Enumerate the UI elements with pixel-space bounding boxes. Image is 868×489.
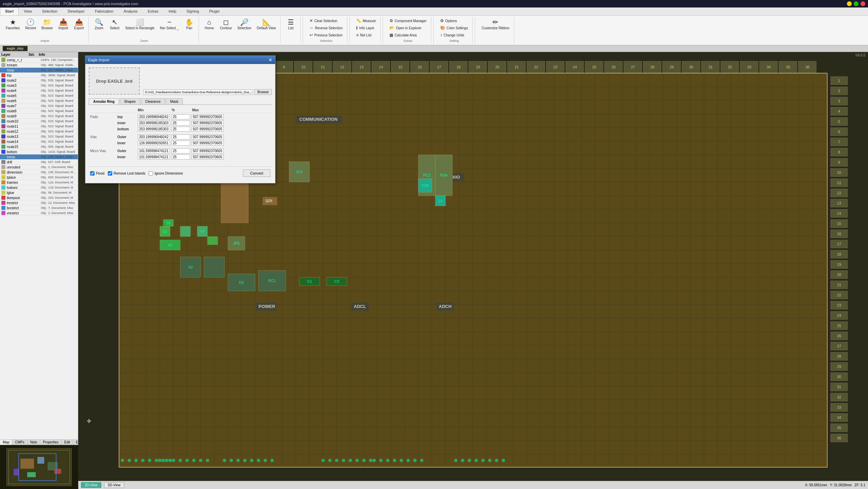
recent-button[interactable]: 🕐 Recent [23, 17, 38, 31]
layer-row[interactable]: comp_+_t CMPs: 130; Component;... [0, 58, 78, 63]
change-units-button[interactable]: ↕ Change Units [438, 32, 470, 38]
layer-row[interactable]: route14 Obj.: 523; Signal; Board [0, 139, 78, 144]
layer-row[interactable]: unrouted Obj.: 1; Document; Misc [0, 165, 78, 170]
comp-manager-button[interactable]: ⚙ Component Manager [387, 17, 429, 24]
micro-vias-outer-pct[interactable] [171, 148, 190, 153]
vias-inner-min[interactable] [138, 141, 170, 146]
layer-row[interactable]: trestrict Obj.: 12; Document; Misc [0, 200, 78, 206]
layer-row[interactable]: top Obj.: 3698; Signal; Board [0, 73, 78, 78]
flood-checkbox[interactable] [90, 171, 95, 176]
micro-vias-inner-pct[interactable] [171, 154, 190, 160]
layer-row[interactable]: route4 Obj.: 523; Signal; Board [0, 88, 78, 93]
list-button[interactable]: ☰ List [283, 17, 298, 31]
net-list-button[interactable]: ≡ Net List [354, 32, 378, 38]
dialog-tab-shapes[interactable]: Shapes [120, 98, 140, 104]
tab-analysis[interactable]: Analysis [119, 7, 143, 15]
select-rectangle-button[interactable]: ⬜ Select in Rectangle [123, 17, 157, 31]
layer-row[interactable]: drill Obj.: 537; Drill; Board [0, 160, 78, 165]
pads-inner-min[interactable] [138, 120, 170, 126]
layer-row[interactable]: route7 Obj.: 523; Signal; Board [0, 103, 78, 109]
layer-row[interactable]: tstop Obj.: 611; Solder_mask... [0, 68, 78, 73]
layer-row[interactable]: route15 Obj.: 555; Signal; Board [0, 144, 78, 149]
lb-tab-nets[interactable]: Nets [28, 440, 40, 445]
selection-btn[interactable]: 🔎 Selection [235, 17, 254, 31]
pads-bottom-max[interactable] [191, 127, 224, 132]
contour-button[interactable]: ◻ Contour [217, 17, 234, 31]
close-button[interactable] [861, 1, 865, 6]
dialog-tab-annular-ring[interactable]: Annular Ring [89, 98, 119, 104]
layer-row[interactable]: route8 Obj.: 523; Signal; Board [0, 109, 78, 114]
reverse-selection-button[interactable]: ↔ Reverse Selection [307, 25, 345, 31]
select-net-button[interactable]: ~ Ner Select _ [157, 17, 181, 31]
export-button[interactable]: 📤 Export [71, 17, 86, 31]
lb-tab-map[interactable]: Map [0, 440, 12, 445]
tab-developer[interactable]: Developer [63, 7, 90, 15]
minimize-button[interactable] [847, 1, 852, 6]
tab-start[interactable]: Start [0, 7, 19, 15]
options-button[interactable]: ⚙ Options [438, 17, 470, 24]
lb-tab-edit[interactable]: Edit [62, 440, 73, 445]
import-button[interactable]: 📥 Import [56, 17, 71, 31]
convert-button[interactable]: Convert [243, 169, 270, 177]
drop-area[interactable]: Drop EAGLE .brd [89, 67, 140, 95]
layer-row[interactable]: route3 Obj.: 523; Signal; Board [0, 83, 78, 88]
measure-button[interactable]: 📏 Measure [354, 17, 378, 24]
tab-view[interactable]: View [19, 7, 37, 15]
lb-tab-cmps[interactable]: CMPs [12, 440, 27, 445]
default-view-button[interactable]: 📐 Default View [254, 17, 278, 31]
pan-button[interactable]: ✋ Pan [182, 17, 197, 31]
dialog-tab-clearance[interactable]: Clearance [141, 98, 165, 104]
info-layer-button[interactable]: ℹ Info Layer [354, 25, 378, 31]
lb-tab-properties[interactable]: Properties [40, 440, 62, 445]
layer-row[interactable]: route2 Obj.: 535; Signal; Board [0, 78, 78, 83]
vias-inner-max[interactable] [191, 141, 224, 146]
layer-row[interactable]: route6 Obj.: 523; Signal; Board [0, 98, 78, 103]
micro-vias-inner-min[interactable] [138, 154, 170, 160]
layer-row[interactable]: route11 Obj.: 523; Signal; Board [0, 124, 78, 129]
pcb-tab-eagle[interactable]: eagle_step [3, 46, 28, 51]
layer-row[interactable]: tkeepout Obj.: 220; Document; M [0, 195, 78, 200]
layer-row[interactable]: route9 Obj.: 523; Signal; Board [0, 114, 78, 119]
layer-row[interactable]: route10 Obj.: 523; Signal; Board [0, 119, 78, 124]
zoom-button[interactable]: 🔍 Zoom [91, 17, 106, 31]
pads-bottom-min[interactable] [138, 127, 170, 132]
color-settings-button[interactable]: 🎨 Color Settings [438, 25, 470, 31]
eagle-dialog-close-button[interactable]: ✕ [268, 57, 272, 63]
layer-row[interactable]: tplace Obj.: 920; Document; M [0, 175, 78, 180]
dialog-tab-mask[interactable]: Mask [166, 98, 183, 104]
layer-row[interactable]: bottom Obj.: 1410; Signal; Board [0, 149, 78, 154]
select-button[interactable]: ↖ Select [107, 17, 122, 31]
layer-row[interactable]: dimension Obj.: 130; Document; Misc [0, 170, 78, 175]
pcb-area[interactable]: V9.0.0 2D-View 3D-View X: 59.5651mm Y: 3… [78, 52, 868, 489]
pads-bottom-pct[interactable] [171, 127, 190, 132]
pads-top-pct[interactable] [171, 114, 190, 119]
vias-outer-min[interactable] [138, 134, 170, 140]
tab-selection[interactable]: Selection [37, 7, 63, 15]
tab-signing[interactable]: Signing [181, 7, 204, 15]
favorites-button[interactable]: ★ Favorites [3, 17, 22, 31]
calc-area-button[interactable]: ▦ Calculate Area [387, 32, 429, 38]
browse-file-button[interactable]: Browse [254, 89, 272, 95]
pads-inner-max[interactable] [191, 120, 224, 126]
micro-vias-outer-max[interactable] [191, 148, 224, 153]
layer-row[interactable]: route5 Obj.: 523; Signal; Board [0, 93, 78, 98]
remove-lost-islands-checkbox[interactable] [108, 171, 112, 176]
layer-row[interactable]: tcream Obj.: 480; Signal; Solder_paste..… [0, 63, 78, 68]
clear-selection-button[interactable]: ✕ Clear Selection [307, 17, 345, 24]
layer-row[interactable]: route13 Obj.: 523; Signal; Board [0, 134, 78, 139]
pads-top-max[interactable] [191, 114, 224, 119]
prev-selection-button[interactable]: ↩ Previous Selection [307, 32, 345, 38]
vias-inner-pct[interactable] [171, 141, 190, 146]
layer-row[interactable]: route12 Obj.: 523; Signal; Board [0, 129, 78, 134]
open-explorer-button[interactable]: 📂 Open in Explorer [387, 25, 429, 31]
tab-fabrication[interactable]: Fabrication [90, 7, 118, 15]
home-button[interactable]: ⌂ Home [202, 17, 217, 31]
layer-row[interactable]: tvalues Obj.: 119; Document; M [0, 185, 78, 190]
browse-button[interactable]: 📁 Browse [39, 17, 55, 31]
layer-row[interactable]: bstop Obj.: 135; Solder_mask... [0, 154, 78, 160]
tab-plugin[interactable]: Plugin [204, 7, 225, 15]
customize-ribbon-button[interactable]: ✏ Customize Ribbon [479, 17, 512, 31]
tab-help[interactable]: Help [164, 7, 182, 15]
file-path-input[interactable] [143, 89, 253, 95]
maximize-button[interactable] [854, 1, 858, 6]
